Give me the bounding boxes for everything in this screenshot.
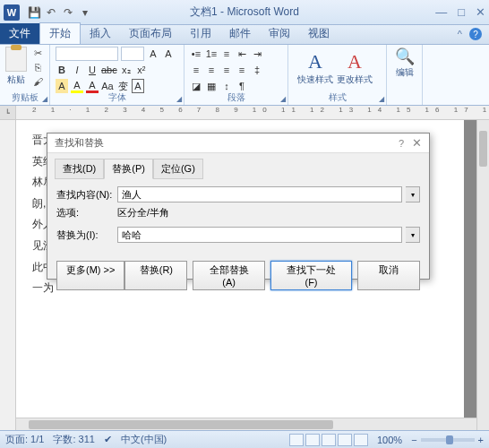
language-indicator[interactable]: 中文(中国) — [121, 433, 167, 446]
dialog-help-icon[interactable]: ? — [399, 138, 404, 149]
maximize-button[interactable]: □ — [458, 5, 465, 19]
replace-dropdown-icon[interactable]: ▾ — [406, 227, 420, 243]
text-effects-button[interactable]: A — [56, 79, 68, 93]
tab-file[interactable]: 文件 — [0, 23, 39, 44]
font-family-combo[interactable] — [56, 47, 118, 61]
font-size-combo[interactable] — [121, 47, 144, 61]
bullets-button[interactable]: •≡ — [190, 47, 202, 61]
cancel-button[interactable]: 取消 — [357, 261, 420, 290]
clipboard-label: 剪贴板 — [12, 91, 39, 104]
dialog-tab-goto[interactable]: 定位(G) — [153, 159, 203, 179]
borders-button[interactable]: ▦ — [205, 79, 218, 93]
dialog-tab-find[interactable]: 查找(D) — [55, 159, 104, 179]
full-screen-view-button[interactable] — [305, 434, 320, 446]
zoom-out-button[interactable]: − — [411, 435, 416, 445]
highlight-button[interactable]: A — [71, 79, 83, 93]
help-icon[interactable]: ? — [469, 28, 482, 40]
options-label: 选项: — [56, 206, 114, 220]
decrease-indent-button[interactable]: ⇤ — [236, 47, 248, 61]
ribbon-minimize-icon[interactable]: ^ — [458, 29, 462, 39]
superscript-button[interactable]: x² — [135, 63, 148, 77]
line-spacing-button[interactable]: ‡ — [251, 63, 263, 77]
zoom-thumb[interactable] — [446, 435, 453, 444]
replace-with-input[interactable]: 哈哈 — [117, 227, 402, 243]
quick-styles-button[interactable]: A 快速样式 — [297, 50, 333, 86]
quick-access-toolbar: 💾 ↶ ↷ ▾ — [27, 5, 92, 20]
underline-button[interactable]: U — [86, 63, 99, 77]
multilevel-button[interactable]: ≡ — [220, 47, 233, 61]
zoom-track[interactable] — [421, 438, 475, 442]
ruler-corner: ┗ — [0, 106, 16, 120]
justify-button[interactable]: ≡ — [236, 63, 248, 77]
align-right-button[interactable]: ≡ — [220, 63, 233, 77]
qat-more-icon[interactable]: ▾ — [78, 5, 92, 20]
page-indicator[interactable]: 页面: 1/1 — [5, 433, 44, 446]
quick-styles-icon: A — [308, 50, 322, 73]
bold-button[interactable]: B — [56, 63, 68, 77]
shrink-font-icon[interactable]: A — [162, 47, 175, 61]
outline-view-button[interactable] — [338, 434, 352, 446]
find-next-button[interactable]: 查找下一处(F) — [270, 261, 352, 290]
subscript-button[interactable]: x₂ — [120, 63, 133, 77]
group-font: A A B I U abc x₂ x² A A A Aa 变 A 字体 ◢ — [50, 45, 184, 105]
font-color-button[interactable]: A — [86, 79, 99, 93]
italic-button[interactable]: I — [71, 63, 83, 77]
word-count[interactable]: 字数: 311 — [53, 433, 94, 446]
change-styles-icon: A — [347, 50, 362, 73]
word-app-icon: W — [4, 4, 20, 21]
tab-review[interactable]: 审阅 — [260, 23, 299, 44]
find-replace-dialog: 查找和替换 ? ✕ 查找(D) 替换(P) 定位(G) 查找内容(N): 渔人 … — [47, 133, 430, 280]
zoom-level[interactable]: 100% — [377, 435, 402, 445]
styles-launcher-icon[interactable]: ◢ — [379, 95, 384, 103]
more-button[interactable]: 更多(M) >> — [56, 261, 124, 290]
increase-indent-button[interactable]: ⇥ — [251, 47, 263, 61]
save-icon[interactable]: 💾 — [27, 5, 41, 20]
scrollbar-thumb[interactable] — [479, 131, 487, 167]
spell-check-icon[interactable]: ✔ — [104, 434, 112, 445]
horizontal-ruler[interactable]: ┗ 2 1 · 1 2 3 4 5 6 7 8 9 10 11 12 13 14… — [0, 106, 489, 120]
tab-home[interactable]: 开始 — [39, 22, 81, 44]
dialog-titlebar[interactable]: 查找和替换 ? ✕ — [47, 134, 429, 153]
clipboard-launcher-icon[interactable]: ◢ — [42, 95, 47, 103]
web-layout-view-button[interactable] — [322, 434, 336, 446]
replace-button[interactable]: 替换(R) — [124, 261, 187, 290]
vertical-scrollbar[interactable] — [476, 120, 489, 430]
draft-view-button[interactable] — [354, 434, 368, 446]
cut-icon[interactable]: ✂ — [30, 47, 45, 59]
dialog-close-icon[interactable]: ✕ — [412, 136, 422, 150]
tab-insert[interactable]: 插入 — [81, 23, 120, 44]
paragraph-launcher-icon[interactable]: ◢ — [280, 95, 286, 103]
align-left-button[interactable]: ≡ — [190, 63, 202, 77]
numbering-button[interactable]: 1≡ — [205, 47, 218, 61]
format-painter-icon[interactable]: 🖌 — [30, 75, 45, 88]
font-launcher-icon[interactable]: ◢ — [176, 95, 182, 103]
copy-icon[interactable]: ⎘ — [30, 61, 45, 73]
tab-references[interactable]: 引用 — [181, 23, 220, 44]
horizontal-scrollbar[interactable] — [16, 418, 476, 430]
zoom-slider[interactable]: − + — [411, 435, 484, 445]
grow-font-icon[interactable]: A — [147, 47, 159, 61]
scrollbar-thumb[interactable] — [29, 420, 333, 429]
minimize-button[interactable]: — — [435, 5, 447, 19]
find-what-label: 查找内容(N): — [56, 188, 114, 202]
redo-icon[interactable]: ↷ — [61, 5, 75, 20]
tab-layout[interactable]: 页面布局 — [120, 23, 181, 44]
print-layout-view-button[interactable] — [289, 434, 304, 446]
char-border-button[interactable]: A — [132, 79, 144, 93]
close-button[interactable]: ✕ — [476, 5, 485, 19]
find-what-input[interactable]: 渔人 — [117, 186, 402, 202]
editing-button[interactable]: 🔍 编辑 — [392, 47, 416, 79]
tab-view[interactable]: 视图 — [299, 23, 339, 44]
find-dropdown-icon[interactable]: ▾ — [406, 186, 420, 202]
dialog-tab-replace[interactable]: 替换(P) — [104, 159, 153, 179]
undo-icon[interactable]: ↶ — [44, 5, 58, 20]
align-center-button[interactable]: ≡ — [205, 63, 218, 77]
strikethrough-button[interactable]: abc — [101, 63, 117, 77]
change-styles-button[interactable]: A 更改样式 — [337, 50, 373, 86]
shading-button[interactable]: ◪ — [190, 79, 202, 93]
replace-all-button[interactable]: 全部替换(A) — [193, 261, 265, 290]
vertical-ruler[interactable] — [0, 120, 16, 430]
tab-mailings[interactable]: 邮件 — [220, 23, 260, 44]
paste-button[interactable]: 粘贴 — [5, 47, 27, 88]
zoom-in-button[interactable]: + — [478, 435, 484, 445]
